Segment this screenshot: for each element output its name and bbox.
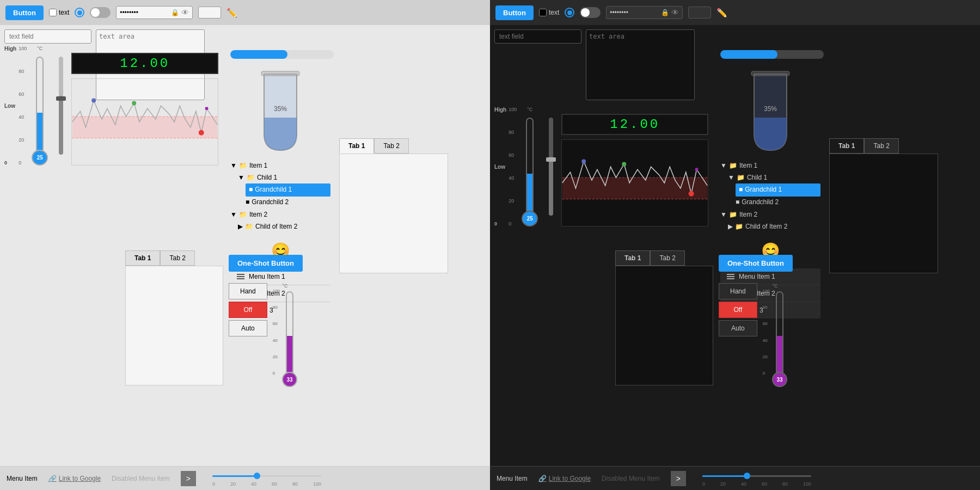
- dark-text-field[interactable]: [494, 29, 581, 44]
- dark-tree-gc1[interactable]: ■ Grandchild 1: [736, 183, 820, 197]
- light-tree-item2[interactable]: ▼ 📁 Item 2: [230, 209, 330, 221]
- light-h-slider-section: 0 20 40 60 80 100: [212, 470, 321, 487]
- light-radio-inner: [77, 10, 82, 15]
- dark-number-input[interactable]: 0: [689, 7, 710, 18]
- light-tab-group-2: Tab 1 Tab 2: [125, 250, 223, 266]
- light-tab2-tab2[interactable]: Tab 2: [160, 250, 194, 266]
- dark-tree-child1[interactable]: ▼ 📁 Child 1: [728, 172, 820, 184]
- dark-chart-band: [562, 177, 708, 199]
- light-bottom-menu-item[interactable]: Menu Item: [7, 475, 38, 482]
- light-thermo-tube: [36, 57, 44, 151]
- dark-h-slider-fill: [702, 475, 746, 477]
- dark-pencil-icon[interactable]: ✏️: [716, 8, 727, 18]
- light-lcd: 12.00: [71, 53, 218, 74]
- dark-input-row: [494, 29, 712, 100]
- dark-tree-grandchildren: ■ Grandchild 1 ■ Grandchild 2: [728, 183, 820, 208]
- dark-beaker-liquid: [754, 118, 787, 150]
- light-tree-child1[interactable]: ▼ 📁 Child 1: [238, 172, 330, 184]
- dark-v-slider[interactable]: [543, 107, 559, 226]
- dark-next-button[interactable]: >: [671, 471, 686, 486]
- dark-tab2-tab1[interactable]: Tab 1: [615, 250, 650, 266]
- light-pencil-icon[interactable]: ✏️: [226, 8, 237, 18]
- light-thermo2-tube: [286, 291, 293, 373]
- light-one-shot-button[interactable]: One-Shot Button: [229, 255, 303, 272]
- dark-radio[interactable]: [565, 8, 574, 17]
- light-link-icon: 🔗: [48, 475, 57, 482]
- light-bottom-link[interactable]: 🔗 Link to Google: [48, 475, 101, 482]
- dark-hoa-auto[interactable]: Auto: [719, 320, 757, 336]
- dark-dot3: [689, 191, 694, 197]
- light-text-field[interactable]: [4, 29, 91, 44]
- dark-tab2-tab2[interactable]: Tab 2: [650, 250, 684, 266]
- dark-hoa-thermo-wrap: Hand Off Auto °C 100 80 60 40 20 0 33: [719, 283, 787, 387]
- light-tree-gc2[interactable]: ■ Grandchild 2: [246, 197, 330, 209]
- dark-thermo2-inner: 100 80 60 40 20 0 33: [763, 289, 787, 387]
- dark-tab1-tab1[interactable]: Tab 1: [829, 138, 864, 154]
- light-next-button[interactable]: >: [181, 471, 196, 486]
- dark-thermo2-bulb: 33: [772, 372, 787, 387]
- light-tree-item1[interactable]: ▼ 📁 Item 1: [230, 160, 330, 172]
- dark-toggle[interactable]: [580, 7, 601, 18]
- dark-v-slider-thumb[interactable]: [546, 157, 556, 162]
- light-thermo-unit: °C: [37, 46, 42, 51]
- dark-thermo2: °C 100 80 60 40 20 0 33: [763, 283, 787, 387]
- dark-toolbar: Button text 🔒 👁 0 ✏️: [490, 0, 980, 25]
- light-tab1-tab2[interactable]: Tab 2: [374, 138, 408, 154]
- light-tab2-tab1[interactable]: Tab 1: [125, 250, 160, 266]
- light-bottom-disabled: Disabled Menu Item: [112, 475, 170, 482]
- light-tree-child-item2[interactable]: ▶ 📁 Child of Item 2: [238, 221, 330, 233]
- light-tree-gc1[interactable]: ■ Grandchild 1: [246, 183, 330, 197]
- light-v-slider[interactable]: [53, 46, 69, 166]
- light-toggle[interactable]: [90, 7, 111, 18]
- light-h-slider[interactable]: [212, 470, 321, 481]
- light-eye-icon[interactable]: 👁: [181, 8, 189, 17]
- light-number-wrap: 0: [198, 7, 221, 19]
- dark-tree-item1[interactable]: ▼ 📁 Item 1: [720, 160, 820, 172]
- light-toggle-knob: [91, 8, 100, 17]
- dark-thermo2-tube-wrap: 33: [772, 289, 787, 387]
- dark-one-shot-wrap: One-Shot Button: [719, 255, 793, 272]
- dark-checkbox[interactable]: [539, 9, 547, 16]
- light-radio[interactable]: [75, 8, 84, 17]
- dark-hoa-hand[interactable]: Hand: [719, 283, 757, 299]
- light-thermo2-tube-wrap: 33: [282, 289, 297, 387]
- dark-one-shot-button[interactable]: One-Shot Button: [719, 255, 793, 272]
- dark-tree-item2[interactable]: ▼ 📁 Item 2: [720, 209, 820, 221]
- dark-beaker: 35%: [746, 69, 795, 156]
- dark-button[interactable]: Button: [495, 5, 534, 20]
- light-thermo2-unit: °C: [282, 283, 287, 289]
- dark-tree-gc2[interactable]: ■ Grandchild 2: [736, 197, 820, 209]
- dark-bottom-link[interactable]: 🔗 Link to Google: [538, 475, 591, 482]
- dark-main: High Low 0 100 80 60 40 20 0 °C 25: [490, 25, 980, 466]
- light-hoa-auto[interactable]: Auto: [229, 320, 267, 336]
- light-checkbox-wrap: text: [49, 9, 69, 16]
- dark-tab1-tab2[interactable]: Tab 2: [864, 138, 898, 154]
- dark-hoa-off[interactable]: Off: [719, 302, 757, 318]
- light-v-slider-thumb[interactable]: [56, 96, 66, 101]
- light-thermo-bulb: 25: [32, 150, 48, 166]
- dark-beaker-section: 35%: [720, 69, 820, 156]
- light-progress-area: [230, 50, 330, 59]
- light-checkbox[interactable]: [49, 9, 57, 16]
- light-button[interactable]: Button: [5, 5, 44, 20]
- light-ruler-nums: 100 80 60 40 20 0: [19, 46, 27, 166]
- light-hoa-off[interactable]: Off: [229, 302, 267, 318]
- dark-v-slider-track: [549, 118, 553, 216]
- dark-eye-icon[interactable]: 👁: [671, 8, 679, 17]
- dark-password-input[interactable]: [610, 9, 659, 16]
- light-mid-col: 35% ▼ 📁 Item 1 ▼ 📁 Child 1: [226, 25, 335, 466]
- light-h-slider-thumb[interactable]: [254, 473, 260, 479]
- dark-bottom-menu-item[interactable]: Menu Item: [497, 475, 528, 482]
- dark-radio-inner: [567, 10, 572, 15]
- dark-h-slider-thumb[interactable]: [744, 473, 750, 479]
- dark-tree-child-item2[interactable]: ▶ 📁 Child of Item 2: [728, 221, 820, 233]
- light-low-label: Low: [4, 103, 16, 109]
- light-tree-grandchildren: ■ Grandchild 1 ■ Grandchild 2: [238, 183, 330, 208]
- dark-h-slider[interactable]: [702, 470, 811, 481]
- light-tab1-tab1[interactable]: Tab 1: [339, 138, 374, 154]
- light-hoa-hand[interactable]: Hand: [229, 283, 267, 299]
- dark-beaker-label-svg: 35%: [764, 105, 777, 113]
- light-password-input[interactable]: [120, 9, 169, 16]
- light-number-input[interactable]: 0: [199, 7, 220, 18]
- dark-text-area[interactable]: [586, 29, 695, 100]
